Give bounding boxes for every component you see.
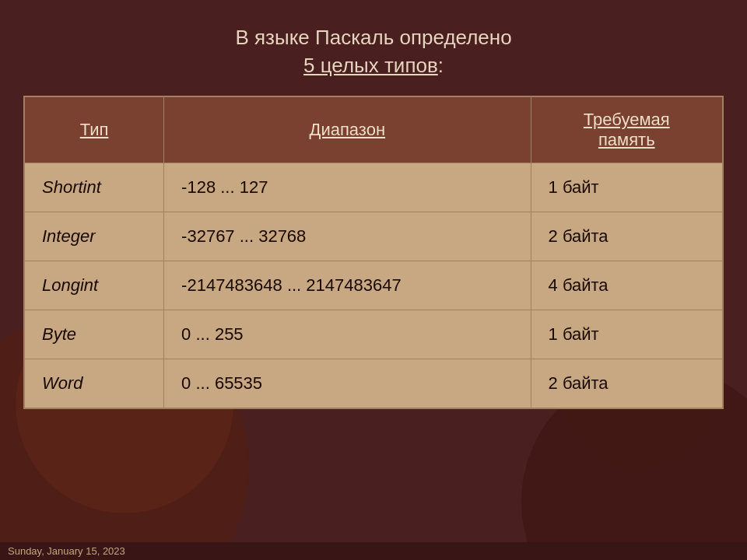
- page-title: В языке Паскаль определено 5 целых типов…: [235, 23, 511, 80]
- cell-memory: 2 байта: [531, 359, 723, 408]
- cell-range: -128 ... 127: [164, 163, 531, 212]
- cell-range: 0 ... 65535: [164, 359, 531, 408]
- col-header-range: Диапазон: [164, 96, 531, 163]
- cell-memory: 4 байта: [531, 261, 723, 310]
- table-row: Integer-32767 ... 327682 байта: [24, 212, 723, 261]
- title-line2-text: 5 целых типов: [303, 54, 438, 77]
- cell-type: Word: [24, 359, 164, 408]
- cell-type: Shortint: [24, 163, 164, 212]
- table-row: Byte0 ... 2551 байт: [24, 310, 723, 359]
- cell-memory: 1 байт: [531, 163, 723, 212]
- data-table: Тип Диапазон Требуемаяпамять Shortint-12…: [23, 96, 724, 409]
- col-header-memory: Требуемаяпамять: [531, 96, 723, 163]
- main-content: В языке Паскаль определено 5 целых типов…: [0, 0, 747, 417]
- cell-type: Longint: [24, 261, 164, 310]
- cell-type: Byte: [24, 310, 164, 359]
- table-row: Shortint-128 ... 1271 байт: [24, 163, 723, 212]
- cell-range: -2147483648 ... 2147483647: [164, 261, 531, 310]
- cell-memory: 1 байт: [531, 310, 723, 359]
- table-row: Longint-2147483648 ... 21474836474 байта: [24, 261, 723, 310]
- col-header-type: Тип: [24, 96, 164, 163]
- cell-range: 0 ... 255: [164, 310, 531, 359]
- title-line2: 5 целых типов:: [235, 51, 511, 79]
- status-date: Sunday, January 15, 2023: [8, 545, 125, 557]
- cell-memory: 2 байта: [531, 212, 723, 261]
- cell-type: Integer: [24, 212, 164, 261]
- status-bar: Sunday, January 15, 2023: [0, 542, 747, 560]
- cell-range: -32767 ... 32768: [164, 212, 531, 261]
- table-header-row: Тип Диапазон Требуемаяпамять: [24, 96, 723, 163]
- table-row: Word0 ... 655352 байта: [24, 359, 723, 408]
- title-line1: В языке Паскаль определено: [235, 23, 511, 51]
